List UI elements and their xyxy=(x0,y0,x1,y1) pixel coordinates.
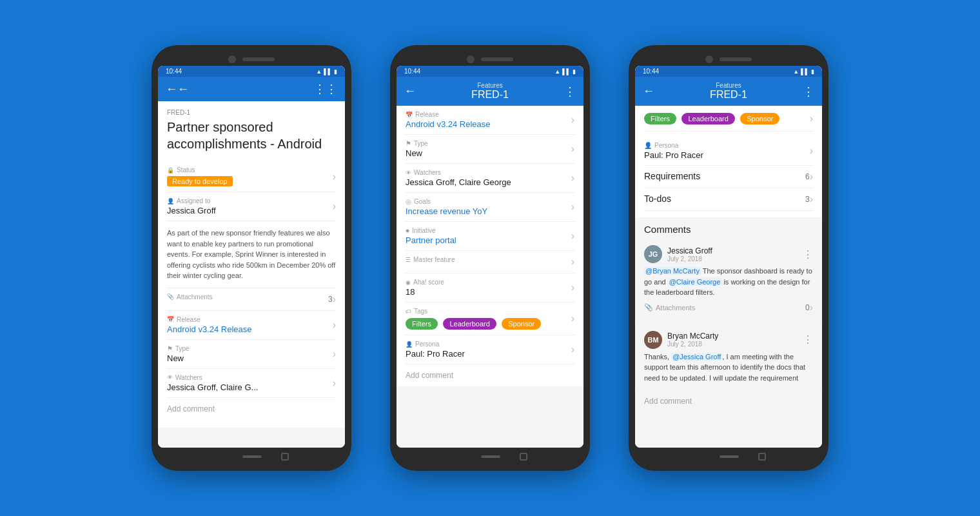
requirements-label: Requirements xyxy=(644,171,805,181)
phone-1: 10:44 ▲ ▌▌ ▮ ← ⋮ FRED-1 Partner sponsore… xyxy=(152,45,351,471)
tags-col: 🏷 Tags Filters Leaderboard Sponsor xyxy=(406,308,571,330)
fred-id: FRED-1 xyxy=(167,109,336,116)
signal-icon: ▌▌ xyxy=(801,68,809,75)
app-bar-subtitle: Features xyxy=(716,82,741,89)
add-comment[interactable]: Add comment xyxy=(635,390,822,412)
comment-1-header: JG Jessica Groff July 2, 2018 ⋮ xyxy=(644,245,813,263)
chevron-icon[interactable]: › xyxy=(333,377,336,389)
battery-icon: ▮ xyxy=(334,68,337,75)
watchers-value: Jessica Groff, Claire George xyxy=(406,177,571,187)
type-value: New xyxy=(406,148,571,158)
tag-leaderboard: Leaderboard xyxy=(681,113,734,124)
person-icon: 👤 xyxy=(167,198,174,204)
lock-icon: 🔒 xyxy=(167,167,174,174)
comment-2-author-area: BM Bryan McCarty July 2, 2018 xyxy=(644,331,718,349)
add-comment[interactable]: Add comment xyxy=(406,364,574,386)
app-bar-title: Features FRED-1 xyxy=(471,82,509,101)
home-nav-button[interactable] xyxy=(242,455,262,458)
avatar-jessica: JG xyxy=(644,245,662,263)
chevron-icon[interactable]: › xyxy=(810,302,813,313)
comment-item-1: JG Jessica Groff July 2, 2018 ⋮ @Bryan M… xyxy=(635,239,822,324)
person-icon: 👤 xyxy=(406,341,413,348)
app-bar-main-title: FRED-1 xyxy=(710,89,747,101)
goals-value[interactable]: Increase revenue YoY xyxy=(406,206,571,216)
status-field-row: 🔒 Status Ready to develop › xyxy=(167,161,336,192)
assigned-to-col: 👤 Assigned to Jessica Groff xyxy=(167,197,333,215)
release-value[interactable]: Android v3.24 Release xyxy=(406,119,571,129)
app-bar-title: Features FRED-1 xyxy=(710,82,747,101)
more-menu-button[interactable]: ⋮ xyxy=(803,84,814,99)
comment-more-icon[interactable]: ⋮ xyxy=(803,248,813,261)
master-icon: ☰ xyxy=(406,257,411,263)
release-value[interactable]: Android v3.24 Release xyxy=(167,324,333,334)
chevron-icon[interactable]: › xyxy=(571,172,574,184)
chevron-icon[interactable]: › xyxy=(333,319,336,331)
type-value: New xyxy=(167,353,333,363)
calendar-icon: 📅 xyxy=(167,316,174,322)
tags-container: Filters Leaderboard Sponsor xyxy=(644,112,810,124)
tag-sponsor: Sponsor xyxy=(502,318,541,330)
chevron-icon[interactable]: › xyxy=(810,194,813,205)
watchers-label: 👁 Watchers xyxy=(167,374,333,381)
description-text: As part of the new sponsor friendly feat… xyxy=(167,221,336,288)
comments-title: Comments xyxy=(635,217,822,239)
type-label: ⚑ Type xyxy=(406,140,571,147)
speaker xyxy=(481,57,513,61)
master-label: ☰ Master feature xyxy=(406,256,571,263)
battery-icon: ▮ xyxy=(573,68,576,75)
chevron-icon[interactable]: › xyxy=(333,171,336,183)
chevron-icon[interactable]: › xyxy=(333,201,336,212)
camera-dot xyxy=(705,55,713,63)
phone-2-bottom-bar xyxy=(397,448,583,464)
recents-nav-button[interactable] xyxy=(281,453,289,461)
tags-top-row: Filters Leaderboard Sponsor › xyxy=(644,112,813,132)
comment-1-text: @Bryan McCarty The sponsor dashboard is … xyxy=(644,266,813,298)
chevron-icon[interactable]: › xyxy=(571,230,574,242)
assigned-label: 👤 Assigned to xyxy=(167,197,333,204)
chevron-icon[interactable]: › xyxy=(571,256,574,268)
chevron-icon[interactable]: › xyxy=(333,293,336,305)
comment-2-date: July 2, 2018 xyxy=(667,341,718,348)
comment-2-author: Bryan McCarty xyxy=(667,332,718,341)
tag-sponsor: Sponsor xyxy=(740,113,779,124)
chevron-icon[interactable]: › xyxy=(333,348,336,360)
chevron-icon[interactable]: › xyxy=(571,114,574,126)
todos-count: 3 xyxy=(805,195,810,204)
phone2-detail: 📅 Release Android v3.24 Release › ⚑ Type xyxy=(397,106,583,386)
more-menu-button[interactable]: ⋮ xyxy=(564,84,576,99)
detail-panel: FRED-1 Partner sponsored accomplishments… xyxy=(158,101,345,428)
initiative-value[interactable]: Partner portal xyxy=(406,235,571,245)
recents-nav-button[interactable] xyxy=(758,453,766,461)
attachments-field-row: 📎 Attachments 3 › xyxy=(167,288,336,311)
wifi-icon: ▲ xyxy=(554,68,560,75)
home-nav-button[interactable] xyxy=(720,455,739,458)
recents-nav-button[interactable] xyxy=(520,453,527,461)
time: 10:44 xyxy=(166,68,182,75)
camera-dot xyxy=(228,55,236,63)
chevron-icon[interactable]: › xyxy=(571,344,574,355)
chevron-icon[interactable]: › xyxy=(571,313,574,324)
more-menu-button[interactable]: ⋮ xyxy=(314,82,337,96)
type-row: ⚑ Type New › xyxy=(406,135,574,164)
comment-more-icon[interactable]: ⋮ xyxy=(803,333,813,346)
wifi-icon: ▲ xyxy=(793,68,799,75)
add-comment[interactable]: Add comment xyxy=(167,398,336,420)
watchers-field-row: 👁 Watchers Jessica Groff, Claire G... › xyxy=(167,369,336,398)
back-button[interactable]: ← xyxy=(166,83,189,96)
master-feature-col: ☰ Master feature xyxy=(406,256,571,264)
phone-2: 10:44 ▲ ▌▌ ▮ ← Features FRED-1 ⋮ xyxy=(390,45,590,471)
persona-value: Paul: Pro Racer xyxy=(406,349,571,359)
back-button[interactable]: ← xyxy=(404,84,416,98)
comment-1-author: Jessica Groff xyxy=(667,246,712,255)
chevron-icon[interactable]: › xyxy=(810,145,813,157)
aha-col: ◉ Aha! score 18 xyxy=(406,279,571,297)
chevron-icon[interactable]: › xyxy=(571,201,574,213)
aha-icon: ◉ xyxy=(406,279,411,286)
chevron-icon[interactable]: › xyxy=(810,113,813,124)
comment-1-date: July 2, 2018 xyxy=(667,255,712,263)
home-nav-button[interactable] xyxy=(481,455,500,458)
back-button[interactable]: ← xyxy=(643,84,654,98)
chevron-icon[interactable]: › xyxy=(571,143,574,155)
chevron-icon[interactable]: › xyxy=(810,171,813,183)
chevron-icon[interactable]: › xyxy=(571,282,574,293)
